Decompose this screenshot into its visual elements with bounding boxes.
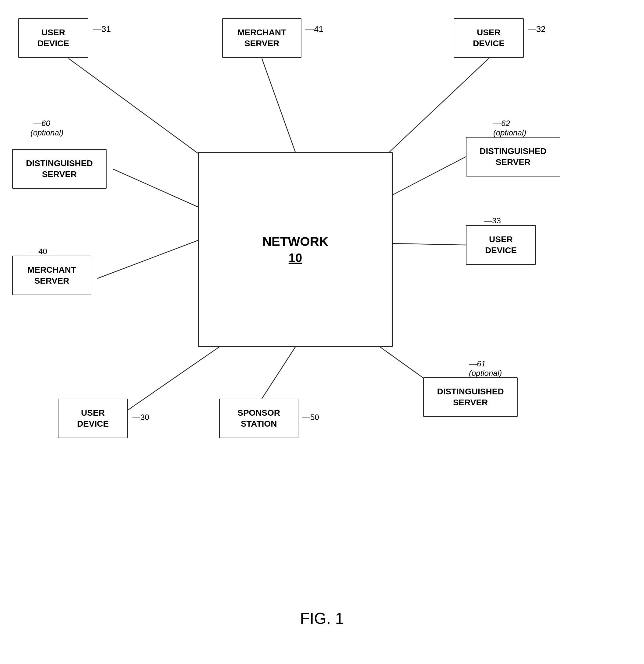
merchant-server-40-node: MERCHANTSERVER [12, 256, 92, 295]
user-device-31-label: USERDEVICE [37, 27, 69, 49]
svg-line-5 [97, 241, 198, 278]
distinguished-server-62-label: DISTINGUISHEDSERVER [480, 146, 546, 168]
sponsor-station-50-number: —50 [302, 412, 319, 422]
user-device-33-node: USERDEVICE [466, 225, 536, 265]
svg-line-1 [262, 58, 295, 152]
user-device-31-node: USERDEVICE [18, 18, 88, 58]
merchant-server-41-number: —41 [305, 24, 323, 34]
network-node: NETWORK 10 [198, 152, 393, 347]
merchant-server-41-label: MERCHANTSERVER [238, 27, 286, 49]
network-number: 10 [289, 250, 302, 266]
svg-line-4 [393, 157, 466, 195]
user-device-32-label: USERDEVICE [473, 27, 505, 49]
user-device-30-number: —30 [133, 412, 149, 422]
user-device-33-label: USERDEVICE [485, 234, 517, 256]
merchant-server-40-label: MERCHANTSERVER [27, 265, 76, 287]
distinguished-server-60-group: —60 (optional) [12, 119, 63, 138]
distinguished-server-61-group: —61 (optional) [469, 359, 502, 378]
distinguished-server-60-node: DISTINGUISHEDSERVER [12, 149, 106, 189]
merchant-server-40-number: —40 [31, 247, 47, 256]
svg-line-7 [116, 347, 219, 418]
user-device-32-number: —32 [528, 24, 546, 34]
distinguished-server-62-node: DISTINGUISHEDSERVER [466, 137, 560, 177]
user-device-32-node: USERDEVICE [454, 18, 524, 58]
user-device-30-label: USERDEVICE [77, 408, 109, 430]
diagram-container: NETWORK 10 USERDEVICE —31 MERCHANTSERVER… [0, 0, 644, 664]
merchant-server-41-node: MERCHANTSERVER [222, 18, 301, 58]
distinguished-server-61-label: DISTINGUISHEDSERVER [437, 386, 504, 408]
user-device-30-node: USERDEVICE [58, 399, 128, 438]
user-device-31-number: —31 [93, 24, 111, 34]
user-device-33-number-group: —33 [484, 216, 501, 226]
distinguished-server-62-group: —62 (optional) [493, 119, 526, 138]
svg-line-6 [393, 244, 466, 245]
svg-line-8 [262, 347, 295, 399]
network-label: NETWORK [262, 233, 328, 250]
figure-label: FIG. 1 [300, 609, 344, 627]
sponsor-station-50-label: SPONSORSTATION [238, 408, 280, 430]
sponsor-station-50-node: SPONSORSTATION [219, 399, 298, 438]
svg-line-3 [113, 169, 198, 207]
distinguished-server-60-label: DISTINGUISHEDSERVER [26, 158, 93, 180]
distinguished-server-61-node: DISTINGUISHEDSERVER [423, 377, 518, 417]
